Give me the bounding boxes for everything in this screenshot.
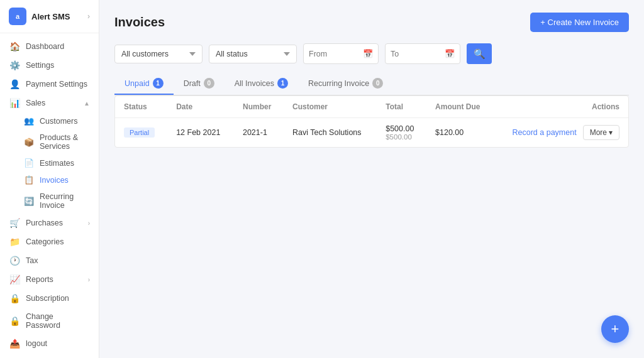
tab-draft-badge: 0 [204,78,214,89]
to-date-wrap: 📅 [385,43,460,64]
sidebar-item-reports[interactable]: 📈 Reports › [0,270,99,289]
col-number: Number [234,96,284,118]
sidebar-item-estimates[interactable]: 📄 Estimates [0,155,99,171]
status-filter[interactable]: All status [209,45,297,63]
sales-expand-icon: ▲ [84,100,90,107]
app-name: Alert SMS [31,12,82,21]
sidebar-label-dashboard: Dashboard [26,42,90,51]
to-date-input[interactable] [391,50,441,58]
customers-icon: 👥 [24,116,34,126]
table-header-row: Status Date Number Customer Total Amount… [115,96,628,118]
tax-icon: 🕐 [9,256,20,266]
search-icon: 🔍 [474,48,486,60]
from-calendar-icon[interactable]: 📅 [363,49,373,58]
logout-icon: 📤 [9,339,20,349]
to-calendar-icon[interactable]: 📅 [445,49,455,58]
customers-filter[interactable]: All customers [114,45,203,63]
sidebar-label-customers: Customers [40,117,77,126]
tab-recurring-invoice[interactable]: Recurring Invoice 0 [298,73,393,95]
col-date: Date [167,96,234,118]
sidebar-collapse-icon[interactable]: › [87,12,90,21]
categories-icon: 📁 [9,237,20,247]
sidebar-item-recurring-invoice[interactable]: 🔄 Recurring Invoice [0,188,99,214]
purchases-icon: 🛒 [9,218,20,228]
sidebar-label-estimates: Estimates [40,159,74,168]
estimates-icon: 📄 [24,158,34,168]
cell-total: $500.00 $500.00 [377,118,426,148]
sidebar-label-invoices: Invoices [40,176,69,185]
sidebar-label-settings: Settings [26,61,90,70]
cell-status: Partial [115,118,167,148]
sidebar-item-change-password[interactable]: 🔒 Change Password [0,308,99,334]
sidebar-item-tax[interactable]: 🕐 Tax [0,251,99,270]
sidebar-label-tax: Tax [26,256,90,265]
sidebar-item-sales[interactable]: 📊 Sales ▲ [0,94,99,112]
sidebar-item-categories[interactable]: 📁 Categories [0,232,99,251]
page-title: Invoices [114,15,165,30]
invoices-table: Status Date Number Customer Total Amount… [115,96,628,147]
sidebar-item-dashboard[interactable]: 🏠 Dashboard [0,37,99,56]
fab-plus-icon: + [611,321,619,337]
invoices-icon: 📋 [24,175,34,185]
tab-draft[interactable]: Draft 0 [174,73,225,95]
tab-recurring-badge: 0 [372,78,383,89]
tab-recurring-label: Recurring Invoice [308,79,369,88]
tab-unpaid-badge: 1 [153,78,164,89]
sidebar: a Alert SMS › 🏠 Dashboard ⚙️ Settings 👤 … [0,0,99,358]
sidebar-label-change-password: Change Password [26,312,90,330]
purchases-expand-icon: › [88,220,90,227]
sidebar-item-products-services[interactable]: 📦 Products & Services [0,129,99,155]
sidebar-label-reports: Reports [26,275,82,284]
more-button[interactable]: More ▾ [583,125,619,140]
status-badge: Partial [124,127,155,138]
tab-unpaid-label: Unpaid [125,79,150,88]
sidebar-item-payment-settings[interactable]: 👤 Payment Settings [0,75,99,94]
sidebar-item-invoices[interactable]: 📋 Invoices [0,171,99,188]
tab-all-invoices[interactable]: All Invoices 1 [225,73,298,95]
tab-all-invoices-label: All Invoices [235,79,274,88]
sidebar-label-logout: logout [26,339,90,348]
main-content: Invoices + Create New Invoice All custom… [99,0,644,358]
fab-button[interactable]: + [601,315,629,343]
cell-amount-due: $120.00 [426,118,494,148]
cell-date: 12 Feb 2021 [167,118,234,148]
reports-expand-icon: › [88,276,90,283]
sidebar-label-recurring: Recurring Invoice [40,192,90,210]
products-icon: 📦 [24,138,34,147]
invoices-table-wrap: Status Date Number Customer Total Amount… [114,95,629,148]
cell-number: 2021-1 [234,118,284,148]
tab-unpaid[interactable]: Unpaid 1 [114,73,174,95]
col-customer: Customer [284,96,377,118]
tabs-row: Unpaid 1 Draft 0 All Invoices 1 Recurrin… [114,73,629,95]
sidebar-item-logout[interactable]: 📤 logout [0,334,99,353]
col-status: Status [115,96,167,118]
payment-settings-icon: 👤 [9,79,20,89]
tab-draft-label: Draft [184,79,201,88]
table-row: Partial 12 Feb 2021 2021-1 Ravi Tech Sol… [115,118,628,148]
sidebar-label-categories: Categories [26,237,90,246]
sales-icon: 📊 [9,98,20,108]
sidebar-item-subscription[interactable]: 🔒 Subscription [0,289,99,308]
sidebar-item-settings[interactable]: ⚙️ Settings [0,56,99,75]
search-button[interactable]: 🔍 [467,43,492,64]
app-logo: a [9,8,26,25]
cell-actions: Record a payment More ▾ [494,118,628,148]
settings-icon: ⚙️ [9,60,20,70]
sidebar-header: a Alert SMS › [0,0,99,33]
sidebar-label-purchases: Purchases [26,219,82,227]
sidebar-item-customers[interactable]: 👥 Customers [0,112,99,129]
cell-customer: Ravi Tech Solutions [284,118,377,148]
sidebar-item-purchases[interactable]: 🛒 Purchases › [0,214,99,232]
more-chevron-icon: ▾ [609,128,613,137]
sidebar-label-subscription: Subscription [26,294,90,303]
subscription-icon: 🔒 [9,293,20,303]
col-actions: Actions [494,96,628,118]
from-date-input[interactable] [309,50,359,58]
col-total: Total [377,96,426,118]
sidebar-label-products: Products & Services [40,133,90,151]
reports-icon: 📈 [9,274,20,285]
dashboard-icon: 🏠 [9,41,20,52]
record-payment-link[interactable]: Record a payment [513,128,577,137]
create-invoice-button[interactable]: + Create New Invoice [530,13,629,32]
sidebar-label-payment-settings: Payment Settings [26,80,90,89]
